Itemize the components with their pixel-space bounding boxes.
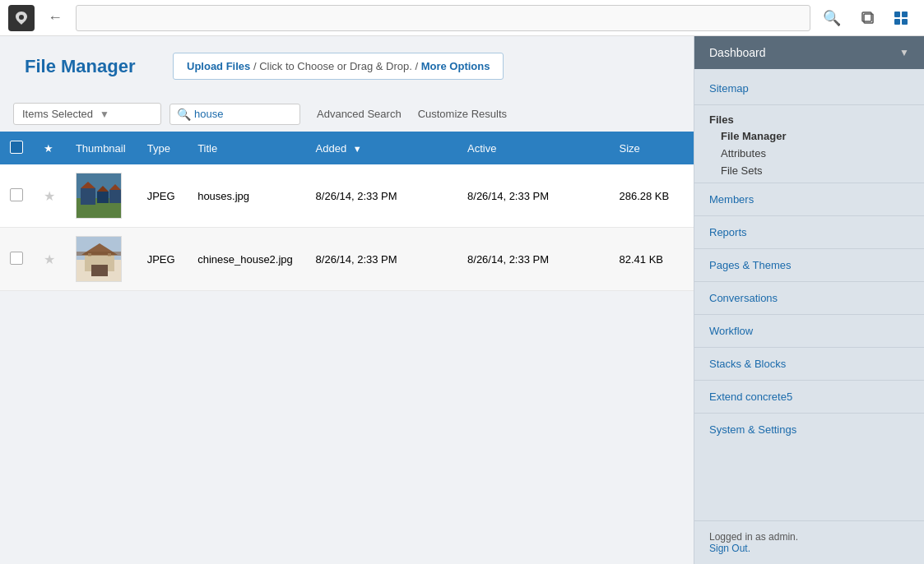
sidebar-item-file-manager[interactable]: File Manager <box>694 127 924 145</box>
active-header-label: Active <box>467 142 496 155</box>
divider2 <box>694 183 924 183</box>
divider8 <box>694 380 924 381</box>
row2-checkbox-cell <box>0 228 34 291</box>
sidebar-section-files[interactable]: Files <box>694 109 924 127</box>
dashboard-chevron-icon: ▼ <box>899 47 909 58</box>
files-table: ★ Thumbnail Type Title Added ▼ <box>0 132 694 291</box>
row2-star-cell: ★ <box>34 228 66 291</box>
row1-title: houses.jpg <box>188 164 305 228</box>
svg-rect-3 <box>894 12 900 17</box>
row2-thumbnail <box>76 236 122 282</box>
customize-results-link[interactable]: Customize Results <box>418 108 507 120</box>
file-search-box: 🔍 <box>169 104 300 125</box>
sidebar-item-members[interactable]: Members <box>694 187 924 212</box>
sidebar-item-workflow[interactable]: Workflow <box>694 318 924 344</box>
row1-size: 286.28 KB <box>609 164 694 228</box>
upload-description: Click to Choose or Drag & Drop. <box>259 60 412 72</box>
table-row: ★ <box>0 228 694 291</box>
svg-rect-4 <box>902 12 908 17</box>
header-star-col: ★ <box>34 132 66 164</box>
sidebar-item-file-sets[interactable]: File Sets <box>694 162 924 179</box>
sidebar-item-attributes[interactable]: Attributes <box>694 145 924 162</box>
row1-star-icon[interactable]: ★ <box>44 189 55 203</box>
row2-size: 82.41 KB <box>609 228 694 291</box>
svg-rect-6 <box>902 19 908 25</box>
upload-separator: / <box>250 60 259 72</box>
sidebar-item-extend-concrete5[interactable]: Extend concrete5 <box>694 384 924 409</box>
sidebar-item-pages-themes[interactable]: Pages & Themes <box>694 252 924 278</box>
row2-thumbnail-cell <box>66 228 137 291</box>
upload-files-link[interactable]: Upload Files <box>187 60 250 72</box>
row1-type: JPEG <box>137 164 188 228</box>
header-added[interactable]: Added ▼ <box>306 132 457 164</box>
svg-rect-10 <box>97 192 109 203</box>
logged-in-text: Logged in as admin. <box>709 531 798 543</box>
upload-bar: Upload Files / Click to Choose or Drag &… <box>173 53 504 80</box>
header-size: Size <box>609 132 694 164</box>
row1-thumbnail <box>76 173 122 219</box>
sidebar: Dashboard ▼ Sitemap Files File Manager A… <box>694 36 924 564</box>
added-sort-icon: ▼ <box>353 144 362 154</box>
items-selected-label: Items Selected <box>22 108 93 120</box>
row2-title: chinese_house2.jpg <box>188 228 305 291</box>
row2-checkbox[interactable] <box>10 252 23 265</box>
topbar-right-icons <box>853 3 916 33</box>
duplicate-icon[interactable] <box>853 3 883 33</box>
divider9 <box>694 413 924 414</box>
row2-added: 8/26/14, 2:33 PM <box>306 228 457 291</box>
svg-rect-9 <box>81 188 95 205</box>
divider6 <box>694 314 924 315</box>
page-title: File Manager <box>25 56 156 77</box>
row1-checkbox[interactable] <box>10 188 23 201</box>
file-manager-toolbar: Items Selected ▼ 🔍 Advanced Search Custo… <box>0 96 694 132</box>
select-all-checkbox[interactable] <box>10 141 23 154</box>
sidebar-footer: Logged in as admin. Sign Out. <box>694 520 924 564</box>
advanced-search-link[interactable]: Advanced Search <box>317 108 402 120</box>
svg-rect-5 <box>894 19 900 25</box>
logo-icon[interactable] <box>8 5 35 31</box>
sidebar-item-stacks-blocks[interactable]: Stacks & Blocks <box>694 351 924 377</box>
search-icon[interactable]: 🔍 <box>817 3 847 33</box>
sidebar-item-conversations[interactable]: Conversations <box>694 285 924 311</box>
divider7 <box>694 347 924 348</box>
topbar: ← 🔍 <box>0 0 924 36</box>
file-search-input[interactable] <box>194 108 293 120</box>
sign-out-link[interactable]: Sign Out. <box>709 543 750 554</box>
row2-type: JPEG <box>137 228 188 291</box>
row1-thumbnail-cell <box>66 164 137 228</box>
more-options-link[interactable]: More Options <box>421 60 490 72</box>
row2-star-icon[interactable]: ★ <box>44 252 55 266</box>
header-title: Title <box>188 132 305 164</box>
search-icon-small: 🔍 <box>177 108 191 121</box>
divider5 <box>694 281 924 282</box>
sidebar-dashboard-label: Dashboard <box>709 46 766 59</box>
back-button[interactable]: ← <box>41 6 69 30</box>
file-manager-header: File Manager Upload Files / Click to Cho… <box>0 36 694 96</box>
topbar-search-input[interactable] <box>76 5 810 31</box>
svg-rect-19 <box>91 265 108 276</box>
size-header-label: Size <box>619 142 639 155</box>
content-area: File Manager Upload Files / Click to Cho… <box>0 36 694 564</box>
divider <box>694 104 924 105</box>
row1-star-cell: ★ <box>34 164 66 228</box>
items-selected-dropdown[interactable]: Items Selected ▼ <box>13 103 161 125</box>
row1-checkbox-cell <box>0 164 34 228</box>
row1-added: 8/26/14, 2:33 PM <box>306 164 457 228</box>
header-type: Type <box>137 132 188 164</box>
divider4 <box>694 248 924 249</box>
dropdown-chevron-icon: ▼ <box>100 109 109 120</box>
grid-icon[interactable] <box>886 3 916 33</box>
sidebar-dashboard[interactable]: Dashboard ▼ <box>694 36 924 69</box>
table-row: ★ <box>0 164 694 228</box>
sidebar-item-reports[interactable]: Reports <box>694 220 924 245</box>
main-layout: File Manager Upload Files / Click to Cho… <box>0 36 924 564</box>
header-checkbox-col <box>0 132 34 164</box>
sidebar-item-sitemap[interactable]: Sitemap <box>694 76 924 101</box>
upload-more-sep: / <box>412 60 421 72</box>
star-header-icon: ★ <box>44 142 53 155</box>
thumbnail-header-label: Thumbnail <box>76 142 126 155</box>
svg-point-0 <box>19 15 24 20</box>
header-thumbnail: Thumbnail <box>66 132 137 164</box>
sidebar-item-system-settings[interactable]: System & Settings <box>694 417 924 442</box>
sidebar-nav: Sitemap Files File Manager Attributes Fi… <box>694 69 924 449</box>
